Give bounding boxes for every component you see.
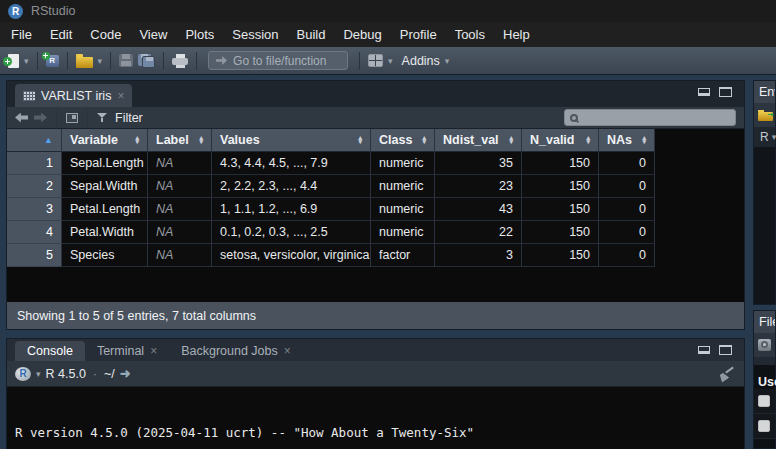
open-file-icon[interactable] <box>76 57 93 68</box>
open-file-dropdown-icon[interactable]: ▾ <box>98 56 103 66</box>
col-class[interactable]: Class▴▾ <box>371 129 435 152</box>
minimize-pane-icon[interactable] <box>698 346 710 354</box>
forward-icon[interactable] <box>34 113 47 123</box>
r-version-label: R 4.5.0 <box>46 367 86 381</box>
pane-layout-icon[interactable] <box>368 54 383 67</box>
goto-file-function-input[interactable]: Go to file/function <box>208 51 348 70</box>
cell-class: numeric <box>371 198 435 221</box>
col-nas[interactable]: NAs▴▾ <box>599 129 655 152</box>
cell-class: factor <box>371 244 435 267</box>
console-output[interactable]: R version 4.5.0 (2025-04-11 ucrt) -- "Ho… <box>7 387 744 449</box>
close-icon[interactable]: × <box>117 90 124 102</box>
files-toolbar <box>754 333 775 357</box>
chevron-down-icon: ▾ <box>772 132 776 142</box>
cell-label: NA <box>148 221 212 244</box>
col-values[interactable]: Values▴▾ <box>212 129 371 152</box>
clear-console-icon[interactable] <box>719 366 734 381</box>
addins-button[interactable]: Addins <box>402 54 440 68</box>
popout-window-icon[interactable] <box>66 113 78 123</box>
table-row: 2 Sepal.Width NA 2, 2.2, 2.3, ..., 4.4 n… <box>7 175 744 198</box>
r-logo-icon[interactable]: R <box>15 367 31 381</box>
variable-table: ▲ Variable▴▾ Label▴▾ Values▴▾ Class▴▾ Nd… <box>7 129 744 267</box>
col-label[interactable]: Label▴▾ <box>148 129 212 152</box>
file-list-item <box>754 389 775 414</box>
table-row: 5 Species NA setosa, versicolor, virgini… <box>7 244 744 267</box>
environment-pane-title[interactable]: Envi <box>754 81 775 103</box>
maximize-pane-icon[interactable] <box>719 87 732 97</box>
console-pane: Console Terminal × Background Jobs × R ▾ <box>6 338 745 449</box>
cell-nas: 0 <box>599 175 655 198</box>
cell-ndist-val: 43 <box>435 198 522 221</box>
toolbar-separator <box>163 52 164 70</box>
close-icon[interactable]: × <box>284 345 291 357</box>
addins-dropdown-icon[interactable]: ▾ <box>445 56 450 66</box>
menu-item-build[interactable]: Build <box>288 22 335 47</box>
import-dataset-icon[interactable] <box>758 112 773 121</box>
file-checkbox[interactable] <box>758 395 770 407</box>
files-pane: Files User <box>753 310 776 449</box>
files-user-label: User <box>754 365 775 389</box>
cell-class: numeric <box>371 221 435 244</box>
minimize-pane-icon[interactable] <box>698 88 710 96</box>
tab-varlist-iris[interactable]: VARLIST iris × <box>15 84 132 107</box>
menu-item-profile[interactable]: Profile <box>391 22 446 47</box>
toolbar-separator <box>37 52 38 70</box>
files-pane-title[interactable]: Files <box>754 311 775 333</box>
sort-icon: ▴▾ <box>638 136 646 144</box>
new-folder-icon[interactable] <box>758 339 771 351</box>
data-grid-icon <box>23 91 35 101</box>
r-version-dropdown-icon[interactable]: ▾ <box>36 369 41 379</box>
back-icon[interactable] <box>15 113 28 123</box>
print-icon[interactable] <box>172 54 188 68</box>
table-status-bar: Showing 1 to 5 of 5 entries, 7 total col… <box>7 302 744 329</box>
row-number: 3 <box>7 198 62 221</box>
menu-item-edit[interactable]: Edit <box>41 22 81 47</box>
col-n-valid[interactable]: N_valid▴▾ <box>522 129 599 152</box>
cell-ndist-val: 23 <box>435 175 522 198</box>
menu-item-help[interactable]: Help <box>494 22 539 47</box>
col-rownum[interactable]: ▲ <box>7 129 62 152</box>
plus-badge-icon <box>42 52 50 60</box>
window-title: RStudio <box>31 4 75 18</box>
menu-item-debug[interactable]: Debug <box>334 22 390 47</box>
filter-funnel-icon[interactable] <box>97 113 107 122</box>
table-search-input[interactable] <box>564 109 736 126</box>
tab-background-jobs[interactable]: Background Jobs × <box>169 341 303 361</box>
environment-r-dropdown[interactable]: R ▾ <box>754 127 775 147</box>
viewer-toolbar: Filter <box>7 107 744 129</box>
title-bar: R RStudio <box>0 0 776 22</box>
cell-label: NA <box>148 152 212 175</box>
right-sidebar: Envi R ▾ Files User <box>753 80 776 449</box>
sort-icon: ▴▾ <box>131 136 139 144</box>
cell-label: NA <box>148 244 212 267</box>
col-ndist-val[interactable]: Ndist_val▴▾ <box>435 129 522 152</box>
filter-button[interactable]: Filter <box>115 111 143 125</box>
menu-item-view[interactable]: View <box>130 22 176 47</box>
cell-ndist-val: 35 <box>435 152 522 175</box>
tab-terminal[interactable]: Terminal × <box>85 341 169 361</box>
tab-console[interactable]: Console <box>15 341 85 361</box>
save-all-icon[interactable] <box>138 54 155 68</box>
file-checkbox[interactable] <box>758 420 770 432</box>
files-path-strip <box>754 357 775 365</box>
close-icon[interactable]: × <box>150 345 157 357</box>
menu-item-tools[interactable]: Tools <box>446 22 494 47</box>
cell-ndist-val: 3 <box>435 244 522 267</box>
environment-toolbar <box>754 103 775 127</box>
menu-item-session[interactable]: Session <box>223 22 287 47</box>
menu-item-plots[interactable]: Plots <box>176 22 223 47</box>
separator-dot: · <box>93 367 97 381</box>
menu-item-code[interactable]: Code <box>81 22 130 47</box>
new-file-dropdown-icon[interactable]: ▾ <box>24 56 29 66</box>
new-project-icon[interactable]: R <box>46 55 59 67</box>
col-variable[interactable]: Variable▴▾ <box>62 129 148 152</box>
save-icon[interactable] <box>119 54 133 67</box>
new-file-icon[interactable] <box>8 54 19 68</box>
cell-values: 4.3, 4.4, 4.5, ..., 7.9 <box>212 152 371 175</box>
menu-item-file[interactable]: File <box>2 22 41 47</box>
pane-layout-dropdown-icon[interactable]: ▾ <box>388 56 393 66</box>
goto-directory-icon[interactable]: ➜ <box>120 366 131 381</box>
search-icon <box>570 114 578 122</box>
cell-variable: Petal.Length <box>62 198 148 221</box>
maximize-pane-icon[interactable] <box>719 345 732 355</box>
